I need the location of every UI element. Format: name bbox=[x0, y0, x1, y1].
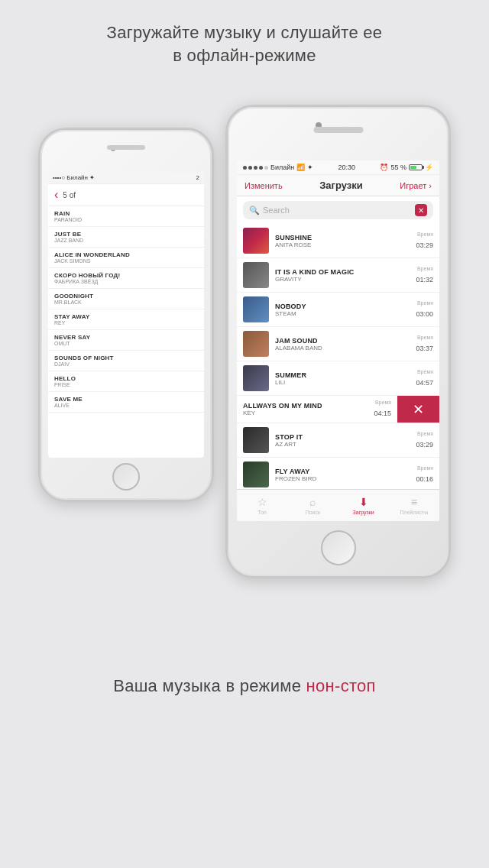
song-artist: Gravity bbox=[275, 276, 416, 283]
duration-value: 04:57 bbox=[416, 379, 433, 387]
battery-fill bbox=[410, 166, 416, 169]
song-title: Sunshine bbox=[275, 234, 416, 241]
song-duration: Время 04:15 bbox=[374, 400, 391, 419]
signal-area: Билайн 📶 ✦ bbox=[243, 164, 313, 171]
tab-search-label: Поиск bbox=[306, 510, 320, 515]
back-nav-count: 5 of bbox=[63, 191, 76, 199]
swipe-row[interactable]: Allways on my mind Key Время 04:15 ✕ bbox=[237, 396, 439, 423]
bottom-text-highlight: нон-стоп bbox=[306, 676, 376, 695]
menu-icon: ≡ bbox=[411, 496, 417, 508]
song-title: Allways on my mind bbox=[243, 402, 374, 410]
song-artist: Djaiv bbox=[54, 361, 198, 367]
song-duration: Время 04:57 bbox=[416, 369, 433, 388]
list-item[interactable]: Stay away Rey bbox=[48, 309, 204, 330]
list-item[interactable]: Alice in Wonderland Jack Simons bbox=[48, 248, 204, 268]
song-title: Goodnight bbox=[54, 293, 198, 300]
front-carrier: Билайн bbox=[270, 164, 294, 171]
list-item[interactable]: Fly away Frozen bird Время 00:16 bbox=[237, 458, 439, 492]
song-artist: Lili bbox=[275, 379, 416, 386]
search-bar[interactable]: 🔍 Search ✕ bbox=[243, 201, 433, 219]
dot2 bbox=[248, 166, 252, 170]
back-screen: ••••○ Билайн ✦ 2 ‹ 5 of Rain Paranoid Ju… bbox=[48, 172, 204, 458]
list-item[interactable]: Goodnight Mr.Black bbox=[48, 289, 204, 309]
back-home-button[interactable] bbox=[112, 463, 140, 491]
download-icon: ⬇ bbox=[359, 496, 368, 508]
song-duration: Время 03:37 bbox=[416, 335, 433, 354]
duration-value: 03:00 bbox=[416, 310, 433, 318]
song-info: Allways on my mind Key bbox=[243, 402, 374, 416]
back-status-bar: ••••○ Билайн ✦ 2 bbox=[48, 172, 204, 184]
duration-value: 01:32 bbox=[416, 276, 433, 283]
list-item[interactable]: Sounds of night Djaiv bbox=[48, 351, 204, 371]
wifi-icon: 📶 bbox=[296, 164, 305, 171]
list-item[interactable]: Stop it Az art Время 03:29 bbox=[237, 423, 439, 458]
front-speaker bbox=[313, 127, 363, 133]
song-title: Jam sound bbox=[275, 337, 416, 345]
edit-button[interactable]: Изменить bbox=[244, 181, 283, 190]
swipe-content: Allways on my mind Key Время 04:15 bbox=[237, 396, 397, 423]
search-input[interactable]: Search bbox=[263, 206, 415, 215]
list-item[interactable]: Скоро Новый Год! Фабрика Звёзд bbox=[48, 268, 204, 289]
list-item[interactable]: Nobody Steam Время 03:00 bbox=[237, 293, 439, 327]
song-title: Sounds of night bbox=[54, 355, 198, 361]
song-title: Save me bbox=[54, 396, 198, 403]
song-info: Jam sound Alabama Band bbox=[275, 337, 416, 351]
duration-label: Время bbox=[416, 232, 433, 237]
battery-pct: 55 % bbox=[390, 164, 406, 171]
duration-value: 03:37 bbox=[416, 345, 433, 352]
front-phone: Билайн 📶 ✦ 20:30 ⏰ 55 % ⚡ Изменить Загру… bbox=[225, 105, 451, 578]
song-title: Stop it bbox=[275, 433, 416, 441]
tab-search[interactable]: ⌕ Поиск bbox=[287, 496, 338, 515]
star-icon: ☆ bbox=[257, 496, 267, 508]
song-title: Hello bbox=[54, 375, 198, 382]
thumb-art bbox=[243, 427, 269, 453]
song-info: Fly away Frozen bird bbox=[275, 468, 416, 482]
back-speaker bbox=[107, 145, 145, 150]
song-artist: Anita Rose bbox=[275, 241, 416, 248]
list-item[interactable]: Sunshine Anita Rose Время 03:29 bbox=[237, 224, 439, 258]
back-phone: ••••○ Билайн ✦ 2 ‹ 5 of Rain Paranoid Ju… bbox=[38, 128, 214, 502]
thumb-art bbox=[243, 365, 269, 391]
song-artist: Key bbox=[243, 410, 374, 416]
list-item[interactable]: Save me Alive bbox=[48, 392, 204, 413]
search-icon: 🔍 bbox=[249, 206, 260, 215]
song-info: Summer Lili bbox=[275, 371, 416, 386]
song-artist: Az art bbox=[275, 441, 416, 448]
list-item[interactable]: Summer Lili Время 04:57 bbox=[237, 361, 439, 396]
thumb-art bbox=[243, 331, 269, 357]
tab-downloads[interactable]: ⬇ Загрузки bbox=[338, 496, 389, 515]
tab-top[interactable]: ☆ Топ bbox=[237, 496, 287, 515]
back-carrier: ••••○ Билайн ✦ bbox=[53, 174, 95, 181]
list-item[interactable]: Hello Frise bbox=[48, 371, 204, 392]
delete-button[interactable]: ✕ bbox=[397, 396, 439, 423]
dot1 bbox=[243, 166, 247, 170]
tab-playlists[interactable]: ≡ Плейлисты bbox=[389, 496, 439, 515]
song-info: Sunshine Anita Rose bbox=[275, 234, 416, 248]
song-thumbnail bbox=[243, 331, 269, 357]
song-info: Nobody Steam bbox=[275, 303, 416, 317]
back-time: 2 bbox=[196, 174, 199, 181]
list-item[interactable]: Rain Paranoid bbox=[48, 206, 204, 227]
song-title: Summer bbox=[275, 371, 416, 379]
song-artist: Jazz Band bbox=[54, 238, 198, 243]
back-song-list: Rain Paranoid Just be Jazz Band Alice in… bbox=[48, 206, 204, 413]
battery-bar bbox=[409, 164, 423, 170]
song-duration: Время 01:32 bbox=[416, 266, 433, 285]
front-screen: Билайн 📶 ✦ 20:30 ⏰ 55 % ⚡ Изменить Загру… bbox=[237, 160, 439, 521]
song-duration: Время 03:00 bbox=[416, 300, 433, 319]
front-home-button[interactable] bbox=[321, 530, 356, 565]
list-item[interactable]: Never say Omut bbox=[48, 330, 204, 351]
now-playing-button[interactable]: Играет › bbox=[400, 181, 432, 190]
search-tab-icon: ⌕ bbox=[309, 496, 316, 508]
duration-label: Время bbox=[416, 465, 433, 471]
search-clear-button[interactable]: ✕ bbox=[415, 204, 427, 216]
headline: Загружайте музыку и слушайте ее в офлайн… bbox=[0, 0, 489, 82]
nav-title: Загрузки bbox=[319, 180, 363, 191]
list-item[interactable]: Jam sound Alabama Band Время 03:37 bbox=[237, 327, 439, 361]
list-item[interactable]: It is a kind of magic Gravity Время 01:3… bbox=[237, 258, 439, 293]
duration-label: Время bbox=[416, 266, 433, 271]
tab-bar: ☆ Топ ⌕ Поиск ⬇ Загрузки ≡ Плейлисты bbox=[237, 489, 439, 521]
song-title: Nobody bbox=[275, 303, 416, 310]
back-nav: ‹ 5 of bbox=[48, 184, 204, 206]
list-item[interactable]: Just be Jazz Band bbox=[48, 227, 204, 248]
